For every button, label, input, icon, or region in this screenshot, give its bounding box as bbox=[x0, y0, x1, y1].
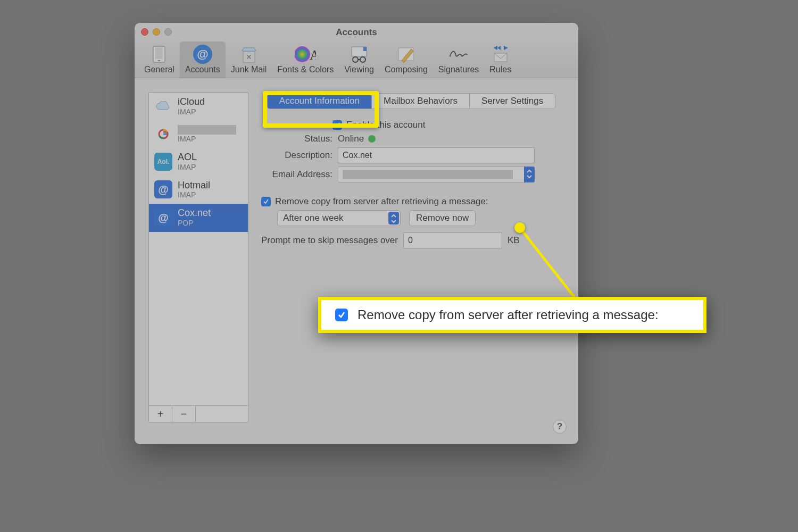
toolbar-general[interactable]: General bbox=[139, 41, 180, 78]
signature-icon bbox=[448, 44, 469, 65]
zoom-window-button[interactable] bbox=[164, 28, 172, 36]
settings-tabs: Account Information Mailbox Behaviors Se… bbox=[267, 93, 555, 109]
toolbar-label: Accounts bbox=[185, 65, 220, 74]
toolbar-accounts[interactable]: @ Accounts bbox=[180, 41, 226, 78]
aol-icon: Aol. bbox=[154, 153, 172, 171]
rules-icon bbox=[490, 44, 511, 65]
remove-copy-checkbox[interactable] bbox=[261, 197, 271, 206]
chevron-updown-icon bbox=[388, 212, 399, 225]
account-protocol: IMAP bbox=[178, 190, 210, 199]
account-name: iCloud bbox=[178, 97, 205, 107]
account-name: Cox.net bbox=[178, 208, 211, 219]
skip-size-field[interactable]: 0 bbox=[403, 232, 502, 248]
tab-account-information[interactable]: Account Information bbox=[268, 94, 372, 109]
preferences-toolbar: General @ Accounts ✕ Junk Mail A Fonts & bbox=[135, 41, 578, 78]
remove-now-button[interactable]: Remove now bbox=[409, 210, 476, 226]
accounts-sidebar: iCloudIMAP IMAP Aol. AOLIMAP @ Hot bbox=[148, 92, 248, 422]
svg-point-11 bbox=[353, 57, 358, 62]
svg-point-12 bbox=[360, 57, 365, 62]
svg-rect-2 bbox=[158, 60, 160, 61]
toolbar-fonts-colors[interactable]: A Fonts & Colors bbox=[272, 41, 339, 78]
svg-point-7 bbox=[295, 46, 310, 62]
trash-icon: ✕ bbox=[238, 44, 260, 65]
toolbar-composing[interactable]: Composing bbox=[379, 41, 433, 78]
enable-account-label: Enable this account bbox=[346, 120, 425, 130]
status-label: Status: bbox=[258, 134, 332, 144]
online-indicator-icon bbox=[368, 135, 376, 143]
remove-delay-dropdown[interactable]: After one week bbox=[277, 210, 401, 226]
window-title: Accounts bbox=[336, 27, 377, 37]
toolbar-junk-mail[interactable]: ✕ Junk Mail bbox=[226, 41, 272, 78]
toolbar-label: Composing bbox=[385, 65, 428, 74]
account-name: Hotmail bbox=[178, 180, 210, 191]
account-row-hotmail[interactable]: @ HotmailIMAP bbox=[149, 176, 248, 204]
remove-copy-label: Remove copy from server after retrieving… bbox=[275, 196, 488, 207]
help-button[interactable]: ? bbox=[553, 420, 567, 434]
tab-mailbox-behaviors[interactable]: Mailbox Behaviors bbox=[372, 94, 470, 109]
svg-text:✕: ✕ bbox=[246, 53, 252, 61]
account-row-aol[interactable]: Aol. AOLIMAP bbox=[149, 148, 248, 176]
account-name: AOL bbox=[178, 152, 197, 163]
skip-label: Prompt me to skip messages over bbox=[261, 235, 398, 246]
toolbar-signatures[interactable]: Signatures bbox=[433, 41, 485, 78]
close-window-button[interactable] bbox=[141, 28, 148, 36]
toolbar-label: Signatures bbox=[438, 65, 479, 74]
titlebar: Accounts bbox=[135, 23, 578, 41]
glasses-icon bbox=[348, 44, 370, 65]
status-value: Online bbox=[338, 134, 364, 144]
account-protocol: IMAP bbox=[178, 107, 205, 116]
description-label: Description: bbox=[258, 150, 332, 161]
account-protocol: IMAP bbox=[178, 163, 197, 171]
toolbar-label: Junk Mail bbox=[231, 65, 267, 74]
email-label: Email Address: bbox=[258, 169, 332, 180]
toolbar-label: Rules bbox=[489, 65, 511, 74]
accounts-list: iCloudIMAP IMAP Aol. AOLIMAP @ Hot bbox=[149, 93, 248, 405]
cloud-icon bbox=[154, 97, 172, 115]
compose-icon bbox=[395, 44, 417, 65]
add-account-button[interactable]: + bbox=[149, 406, 172, 422]
svg-rect-1 bbox=[155, 47, 163, 59]
svg-rect-10 bbox=[363, 47, 367, 51]
toolbar-label: General bbox=[144, 65, 174, 74]
at-icon: @ bbox=[154, 180, 172, 198]
svg-text:@: @ bbox=[197, 47, 208, 61]
email-value-redacted bbox=[343, 170, 513, 179]
account-protocol: POP bbox=[178, 219, 211, 227]
account-row-icloud[interactable]: iCloudIMAP bbox=[149, 93, 248, 121]
fonts-colors-icon: A bbox=[295, 44, 316, 65]
toolbar-label: Viewing bbox=[344, 65, 374, 74]
toolbar-rules[interactable]: Rules bbox=[484, 41, 517, 78]
at-sign-icon: @ bbox=[192, 44, 213, 65]
chevron-updown-icon bbox=[524, 167, 535, 182]
account-row-cox[interactable]: @ Cox.netPOP bbox=[149, 204, 248, 232]
preferences-window: Accounts General @ Accounts ✕ Junk Mail bbox=[135, 23, 578, 444]
google-icon bbox=[154, 125, 172, 143]
remove-account-button[interactable]: − bbox=[172, 406, 196, 422]
svg-text:A: A bbox=[310, 47, 316, 63]
account-row-google[interactable]: IMAP bbox=[149, 121, 248, 148]
account-settings-panel: Account Information Mailbox Behaviors Se… bbox=[258, 92, 564, 422]
toolbar-viewing[interactable]: Viewing bbox=[339, 41, 379, 78]
enable-account-checkbox[interactable] bbox=[332, 120, 342, 130]
description-field[interactable]: Cox.net bbox=[338, 147, 535, 163]
sidebar-footer: + − bbox=[149, 405, 248, 422]
skip-unit: KB bbox=[508, 235, 520, 246]
traffic-lights bbox=[141, 28, 172, 36]
account-name-redacted bbox=[178, 125, 236, 135]
tab-server-settings[interactable]: Server Settings bbox=[470, 94, 555, 109]
minimize-window-button[interactable] bbox=[153, 28, 160, 36]
email-address-dropdown[interactable] bbox=[338, 167, 535, 182]
account-protocol: IMAP bbox=[178, 135, 236, 143]
at-icon: @ bbox=[154, 209, 172, 227]
toolbar-label: Fonts & Colors bbox=[277, 65, 334, 74]
general-icon bbox=[148, 44, 170, 65]
